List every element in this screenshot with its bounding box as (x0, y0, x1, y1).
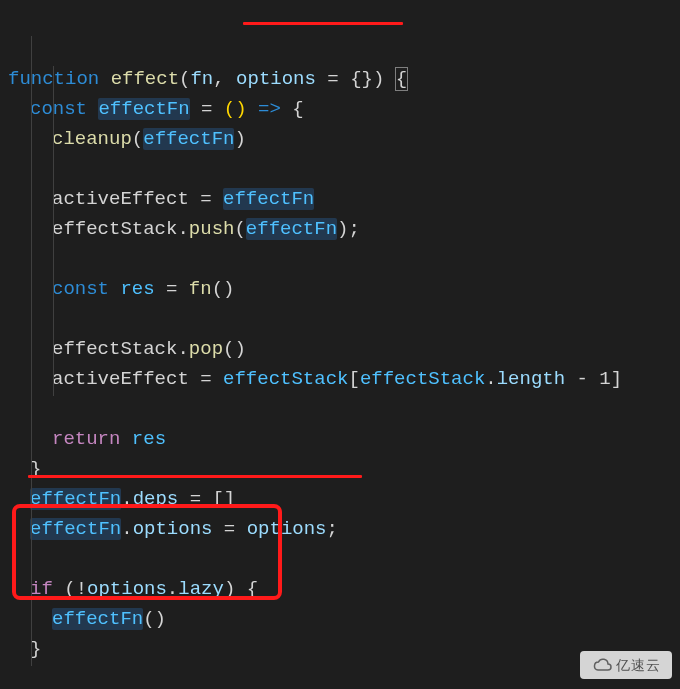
code-token: . (177, 218, 188, 240)
code-token: activeEffect (52, 188, 189, 210)
code-token: length (497, 368, 565, 390)
code-token: ) (337, 218, 348, 240)
code-line[interactable]: function effect(fn, options = {}) { (8, 64, 680, 94)
code-line[interactable]: activeEffect = effectFn (8, 184, 680, 214)
code-token: effectFn (52, 608, 143, 630)
code-line[interactable]: effectFn.deps = [] (8, 484, 680, 514)
code-token: effectFn (30, 488, 121, 510)
code-token: effectFn (30, 518, 121, 540)
code-token: 1 (599, 368, 610, 390)
code-line[interactable]: return res (8, 424, 680, 454)
code-line[interactable] (8, 154, 680, 184)
code-token: { (396, 68, 407, 90)
code-token: ( (179, 68, 190, 90)
code-line[interactable]: if (!options.lazy) { (8, 574, 680, 604)
code-line[interactable] (8, 394, 680, 424)
code-line[interactable]: cleanup(effectFn) (8, 124, 680, 154)
code-token: pop (189, 338, 223, 360)
code-token: effectFn (98, 98, 189, 120)
code-token: ) (234, 128, 245, 150)
code-token: options (87, 578, 167, 600)
code-line[interactable]: effectStack.pop() (8, 334, 680, 364)
code-token: . (177, 338, 188, 360)
code-token: cleanup (52, 128, 132, 150)
code-token: () (212, 278, 235, 300)
code-token: = (178, 488, 212, 510)
watermark-text: 亿速云 (616, 650, 661, 680)
code-token: effectFn (246, 218, 337, 240)
code-token: effect (111, 68, 179, 90)
code-line[interactable]: const res = fn() (8, 274, 680, 304)
code-token: lazy (178, 578, 224, 600)
code-token: [ (348, 368, 359, 390)
cloud-icon (592, 658, 612, 672)
code-line[interactable]: } (8, 454, 680, 484)
code-token: ( (64, 578, 75, 600)
code-token: { (247, 578, 258, 600)
code-token: { (292, 98, 303, 120)
code-token: = (316, 68, 350, 90)
code-line[interactable] (8, 544, 680, 574)
code-token: = (155, 278, 189, 300)
code-editor[interactable]: function effect(fn, options = {}) {const… (8, 4, 680, 689)
code-token: ( (234, 218, 245, 240)
code-line[interactable]: effectFn.options = options; (8, 514, 680, 544)
code-token: } (30, 458, 41, 480)
code-token: effectStack (52, 218, 177, 240)
code-line[interactable]: effectStack.push(effectFn); (8, 214, 680, 244)
code-token: ; (327, 518, 338, 540)
code-token: () (143, 608, 166, 630)
code-token: ] (611, 368, 622, 390)
code-line[interactable]: effectFn() (8, 604, 680, 634)
code-token: ! (76, 578, 87, 600)
code-line[interactable] (8, 304, 680, 334)
code-token: res (120, 278, 154, 300)
code-token: options (247, 518, 327, 540)
code-line[interactable] (8, 244, 680, 274)
code-token: = (190, 98, 224, 120)
code-token: . (485, 368, 496, 390)
code-token: , (213, 68, 236, 90)
code-token: effectStack (223, 368, 348, 390)
code-token: const (30, 98, 98, 120)
code-token: = (212, 518, 246, 540)
code-token: activeEffect (52, 368, 189, 390)
code-token: . (121, 518, 132, 540)
code-token: = (189, 188, 223, 210)
code-token: effectFn (143, 128, 234, 150)
code-token: deps (133, 488, 179, 510)
code-line[interactable]: activeEffect = effectStack[effectStack.l… (8, 364, 680, 394)
code-token: ) (373, 68, 396, 90)
code-token: ; (348, 218, 359, 240)
code-token: - (565, 368, 599, 390)
code-token: effectStack (52, 338, 177, 360)
code-token: fn (189, 278, 212, 300)
watermark-badge: 亿速云 (580, 651, 672, 679)
code-token: () (223, 338, 246, 360)
code-token: effectStack (360, 368, 485, 390)
code-token: ( (132, 128, 143, 150)
code-token: res (132, 428, 166, 450)
code-token: if (30, 578, 64, 600)
code-line[interactable]: const effectFn = () => { (8, 94, 680, 124)
code-token: effectFn (223, 188, 314, 210)
code-token: {} (350, 68, 373, 90)
code-token: function (8, 68, 111, 90)
code-token: options (133, 518, 213, 540)
code-token: } (30, 638, 41, 660)
code-token: () (224, 98, 247, 120)
code-token: . (121, 488, 132, 510)
code-token: const (52, 278, 120, 300)
code-token: [] (212, 488, 235, 510)
code-token: fn (190, 68, 213, 90)
code-token: return (52, 428, 132, 450)
code-token: push (189, 218, 235, 240)
code-token: ) (224, 578, 247, 600)
code-token: => (247, 98, 293, 120)
code-token: = (189, 368, 223, 390)
code-token: options (236, 68, 316, 90)
code-token: . (167, 578, 178, 600)
